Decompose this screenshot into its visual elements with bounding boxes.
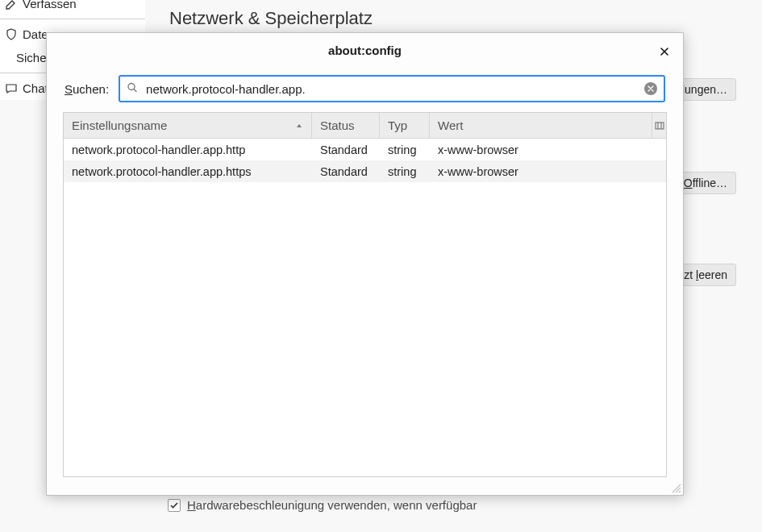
clear-search-button[interactable] [644,82,657,95]
column-header-type[interactable]: Typ [380,113,430,138]
table-row[interactable]: network.protocol-handler.app.httpStandar… [64,139,666,160]
resize-grip[interactable] [670,482,681,493]
dialog-title-bar: about:config [47,33,683,69]
pref-value-cell: x-www-browser [430,143,666,156]
search-field[interactable] [119,75,665,102]
pref-status-cell: Standard [312,143,380,156]
button-label: zt [684,268,696,281]
pref-status-cell: Standard [312,165,380,178]
column-picker-icon [655,121,664,131]
search-label: Suchen: [65,82,109,96]
dialog-title-text: about:config [328,44,402,57]
sidebar-item-label: Chat [23,81,48,95]
column-picker-button[interactable] [652,113,666,138]
page-title: Netzwerk & Speicherplatz [169,8,373,29]
clear-icon [647,85,654,92]
button-label: lungen… [682,83,727,96]
button-label: ffline… [693,177,727,189]
search-input[interactable] [144,81,636,97]
sidebar-item-label: Verfassen [23,0,77,10]
bg-button-offline[interactable]: Offline… [675,172,736,194]
table-row[interactable]: network.protocol-handler.app.httpsStanda… [64,160,666,182]
search-icon [127,82,138,96]
pref-name-cell: network.protocol-handler.app.http [64,143,312,156]
sidebar-item-label: Siche [16,51,47,64]
sidebar-divider [0,19,145,19]
pref-value-cell: x-www-browser [430,165,666,178]
prefs-table: Einstellungsname Status Typ Wert network… [63,112,667,477]
pref-type-cell: string [380,165,430,178]
checkbox-label: Hardwarebeschleunigung verwenden, wenn v… [187,498,477,512]
pencil-icon [5,0,18,10]
table-body: network.protocol-handler.app.httpStandar… [64,139,666,182]
pref-type-cell: string [380,143,430,156]
checkbox-box[interactable] [168,499,181,512]
column-header-status[interactable]: Status [312,113,380,138]
table-header: Einstellungsname Status Typ Wert [64,113,666,139]
shield-icon [5,28,18,41]
hardware-accel-checkbox[interactable]: Hardwarebeschleunigung verwenden, wenn v… [168,498,477,512]
column-header-value[interactable]: Wert [430,113,652,138]
resize-grip-icon [670,482,681,493]
sidebar-item-verfassen[interactable]: Verfassen [0,0,145,15]
close-button[interactable] [656,43,673,60]
search-row: Suchen: [47,69,683,112]
about-config-dialog: about:config Suchen: Einstellungsname [46,32,684,496]
pref-name-cell: network.protocol-handler.app.https [64,165,312,178]
chat-icon [5,82,18,95]
check-icon [169,501,179,510]
close-icon [659,46,670,57]
column-header-name[interactable]: Einstellungsname [64,113,312,138]
bg-button-clear-now[interactable]: zt leeren [675,264,736,286]
sort-asc-icon [295,118,303,132]
svg-rect-1 [656,123,664,129]
